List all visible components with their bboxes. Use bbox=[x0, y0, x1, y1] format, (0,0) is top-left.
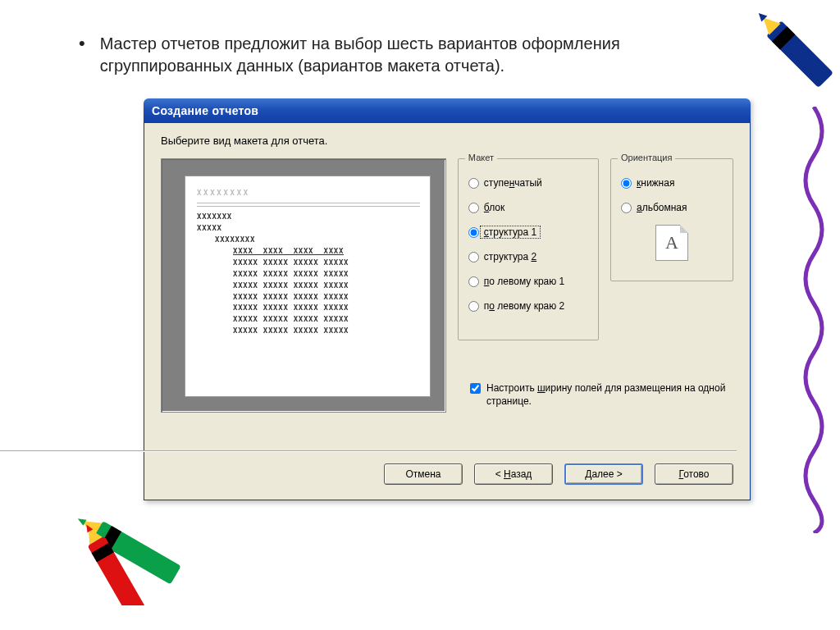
layout-option-3[interactable]: структура 2 bbox=[468, 244, 588, 269]
orientation-option-0[interactable]: книжная bbox=[621, 171, 723, 195]
layout-preview-page: XXXXXXXX XXXXXXX XXXXX XXXXXXXX XXXX XXX… bbox=[185, 176, 431, 397]
orientation-option-1[interactable]: альбомная bbox=[621, 195, 723, 220]
layout-radio-0[interactable] bbox=[468, 178, 479, 189]
orientation-icon: A bbox=[655, 225, 688, 261]
slide-bullet: • Мастер отчетов предложит на выбор шест… bbox=[79, 33, 751, 77]
layout-label-1: блок bbox=[484, 202, 504, 213]
cancel-button[interactable]: Отмена bbox=[384, 463, 463, 485]
layout-option-2[interactable]: структура 1 bbox=[468, 220, 588, 244]
layout-radio-1[interactable] bbox=[468, 203, 479, 213]
fit-width-checkbox-row: Настроить ширину полей для размещения на… bbox=[470, 382, 733, 408]
layout-radio-5[interactable] bbox=[468, 301, 479, 312]
orientation-radio-0[interactable] bbox=[621, 178, 632, 189]
report-wizard-dialog: Создание отчетов Выберите вид макета для… bbox=[144, 98, 751, 500]
layout-label-3: структура 2 bbox=[484, 251, 536, 262]
crayon-decoration-bl bbox=[57, 499, 230, 605]
layout-option-1[interactable]: блок bbox=[468, 195, 588, 220]
orientation-group-title: Ориентация bbox=[618, 153, 675, 162]
layout-option-0[interactable]: ступенчатый bbox=[468, 171, 588, 195]
layout-preview-panel: XXXXXXXX XXXXXXX XXXXX XXXXXXXX XXXX XXX… bbox=[161, 158, 446, 413]
layout-group-title: Макет bbox=[465, 153, 497, 162]
dialog-titlebar[interactable]: Создание отчетов bbox=[144, 98, 751, 123]
layout-label-5: по левому краю 2 bbox=[484, 300, 564, 312]
layout-option-5[interactable]: по левому краю 2 bbox=[468, 294, 588, 318]
finish-button[interactable]: Готово bbox=[655, 463, 733, 485]
squiggle-decoration bbox=[797, 107, 830, 533]
orientation-group: Ориентация книжнаяальбомная A bbox=[610, 158, 733, 281]
fit-width-checkbox[interactable] bbox=[470, 383, 481, 394]
layout-option-4[interactable]: по левому краю 1 bbox=[468, 269, 588, 294]
next-button[interactable]: Далее > bbox=[564, 463, 643, 485]
layout-radio-3[interactable] bbox=[468, 252, 479, 262]
bullet-dot: • bbox=[79, 33, 85, 77]
layout-label-0: ступенчатый bbox=[484, 177, 542, 189]
orientation-radio-1[interactable] bbox=[621, 203, 632, 213]
dialog-title: Создание отчетов bbox=[152, 104, 258, 117]
dialog-instruction: Выберите вид макета для отчета. bbox=[161, 135, 733, 147]
slide-text: Мастер отчетов предложит на выбор шесть … bbox=[100, 33, 751, 77]
fit-width-label: Настроить ширину полей для размещения на… bbox=[486, 382, 733, 408]
back-button[interactable]: < Назад bbox=[474, 463, 553, 485]
layout-group: Макет ступенчатыйблокструктура 1структур… bbox=[458, 158, 599, 340]
layout-label-4: по левому краю 1 bbox=[484, 276, 564, 287]
orientation-label-0: книжная bbox=[637, 177, 674, 189]
dialog-button-row: Отмена < Назад Далее > Готово bbox=[384, 463, 733, 485]
layout-radio-2[interactable] bbox=[468, 227, 479, 238]
layout-label-2: структура 1 bbox=[484, 226, 536, 238]
layout-radio-4[interactable] bbox=[468, 276, 479, 287]
orientation-label-1: альбомная bbox=[637, 202, 687, 213]
